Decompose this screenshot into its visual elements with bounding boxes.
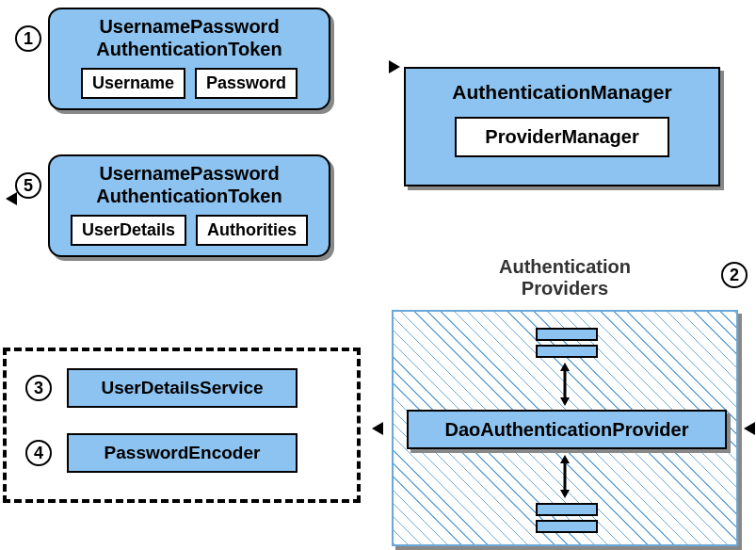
step-circle-1: 1 xyxy=(15,25,41,52)
providers-container: DaoAuthenticationProvider xyxy=(392,310,738,546)
svg-marker-5 xyxy=(560,490,570,498)
token-box-5: UsernamePassword AuthenticationToken Use… xyxy=(48,154,330,257)
token-title-1: UsernamePassword AuthenticationToken xyxy=(50,9,329,64)
provider-manager-label: ProviderManager xyxy=(455,117,668,157)
token-fields-1: Username Password xyxy=(50,68,329,108)
step-num-3: 3 xyxy=(34,379,43,398)
authorities-field: Authorities xyxy=(196,215,308,246)
dao-provider-box: DaoAuthenticationProvider xyxy=(407,410,727,449)
token-box-1: UsernamePassword AuthenticationToken Use… xyxy=(48,8,330,110)
password-encoder-box: PasswordEncoder xyxy=(67,433,298,473)
title-line-2: AuthenticationToken xyxy=(96,39,281,59)
svg-marker-4 xyxy=(560,455,570,463)
pe-label: PasswordEncoder xyxy=(105,443,261,463)
providers-label-2: Providers xyxy=(522,278,608,299)
step-circle-2: 2 xyxy=(721,262,748,288)
auth-manager-box: AuthenticationManager ProviderManager xyxy=(404,67,720,186)
title-line-1: UsernamePassword xyxy=(99,16,279,37)
step-num-4: 4 xyxy=(34,444,43,463)
userdetails-field: UserDetails xyxy=(71,215,186,246)
step-num-2: 2 xyxy=(730,266,739,285)
arrow-left-icon xyxy=(372,422,383,435)
step-circle-5: 5 xyxy=(15,172,41,199)
stack-bar xyxy=(536,520,598,533)
svg-marker-2 xyxy=(560,397,570,406)
uds-label: UserDetailsService xyxy=(101,378,263,398)
username-field: Username xyxy=(81,68,185,99)
title-line-2b: AuthenticationToken xyxy=(96,186,281,206)
double-arrow-icon xyxy=(558,455,571,498)
step-num-5: 5 xyxy=(24,176,33,196)
title-line-1b: UsernamePassword xyxy=(99,163,279,184)
arrow-left-icon xyxy=(744,422,755,435)
arrow-right-icon xyxy=(389,60,400,73)
dao-label: DaoAuthenticationProvider xyxy=(445,419,689,441)
auth-manager-title: AuthenticationManager xyxy=(406,69,718,107)
stack-bar xyxy=(536,345,598,358)
svg-marker-1 xyxy=(560,363,570,371)
double-arrow-icon xyxy=(558,363,571,406)
step-circle-4: 4 xyxy=(25,440,52,466)
step-circle-3: 3 xyxy=(25,375,52,401)
token-fields-5: UserDetails Authorities xyxy=(50,215,329,255)
providers-label: Authentication Providers xyxy=(392,256,738,299)
step-num-1: 1 xyxy=(24,29,33,49)
stack-bar xyxy=(536,503,598,516)
token-title-5: UsernamePassword AuthenticationToken xyxy=(50,156,329,211)
arrow-left-icon xyxy=(6,192,17,205)
password-field: Password xyxy=(195,68,298,99)
user-details-service-box: UserDetailsService xyxy=(67,368,298,408)
providers-label-1: Authentication xyxy=(499,256,631,277)
stack-bar xyxy=(536,328,598,341)
